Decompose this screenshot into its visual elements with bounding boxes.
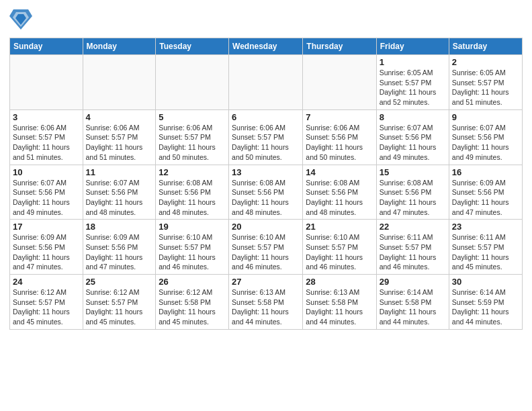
sunset-label: Sunset: 5:56 PM [13,243,65,251]
sunset-label: Sunset: 5:59 PM [452,298,504,306]
sunset-label: Sunset: 5:58 PM [232,298,284,306]
day-info: Sunrise: 6:06 AMSunset: 5:57 PMDaylight:… [86,123,153,163]
day-number: 22 [380,222,446,232]
calendar-cell: 4Sunrise: 6:06 AMSunset: 5:57 PMDaylight… [83,109,156,165]
sunrise-label: Sunrise: 6:09 AM [452,179,506,187]
calendar-cell: 11Sunrise: 6:07 AMSunset: 5:56 PMDayligh… [83,165,156,220]
day-number: 14 [306,167,373,177]
daylight-label: Daylight: 11 hours and 46 minutes. [232,253,289,271]
weekday-header: Sunday [10,38,83,55]
day-number: 17 [13,222,80,232]
day-number: 24 [13,277,80,287]
day-number: 9 [452,112,519,122]
calendar-week-row: 3Sunrise: 6:06 AMSunset: 5:57 PMDaylight… [10,109,523,165]
daylight-label: Daylight: 11 hours and 47 minutes. [86,253,143,271]
day-number: 25 [86,277,153,287]
calendar-cell: 14Sunrise: 6:08 AMSunset: 5:56 PMDayligh… [303,165,376,220]
daylight-label: Daylight: 11 hours and 50 minutes. [159,143,216,161]
calendar-cell: 27Sunrise: 6:13 AMSunset: 5:58 PMDayligh… [229,275,303,330]
day-info: Sunrise: 6:09 AMSunset: 5:56 PMDaylight:… [86,232,153,272]
day-number: 6 [232,112,300,122]
weekday-header: Tuesday [156,38,229,55]
sunset-label: Sunset: 5:56 PM [380,133,432,141]
calendar-cell: 22Sunrise: 6:11 AMSunset: 5:57 PMDayligh… [376,220,449,275]
daylight-label: Daylight: 11 hours and 51 minutes. [13,143,70,161]
logo-wrapper [9,7,32,32]
sunset-label: Sunset: 5:57 PM [13,298,65,306]
sunset-label: Sunset: 5:57 PM [86,298,138,306]
day-info: Sunrise: 6:07 AMSunset: 5:56 PMDaylight:… [380,123,446,163]
sunrise-label: Sunrise: 6:07 AM [86,179,140,187]
day-number: 13 [232,167,300,177]
day-info: Sunrise: 6:13 AMSunset: 5:58 PMDaylight:… [232,287,300,327]
calendar-cell: 20Sunrise: 6:10 AMSunset: 5:57 PMDayligh… [229,220,303,275]
daylight-label: Daylight: 11 hours and 46 minutes. [159,253,216,271]
sunrise-label: Sunrise: 6:07 AM [13,179,66,187]
day-info: Sunrise: 6:11 AMSunset: 5:57 PMDaylight:… [380,232,446,272]
calendar-cell: 13Sunrise: 6:08 AMSunset: 5:56 PMDayligh… [229,165,303,220]
day-number: 26 [159,277,226,287]
page: SundayMondayTuesdayWednesdayThursdayFrid… [0,0,532,411]
calendar-body: 1Sunrise: 6:05 AMSunset: 5:57 PMDaylight… [10,55,523,330]
calendar-week-row: 17Sunrise: 6:09 AMSunset: 5:56 PMDayligh… [10,220,523,275]
sunrise-label: Sunrise: 6:10 AM [232,233,285,241]
day-number: 7 [306,112,373,122]
day-info: Sunrise: 6:12 AMSunset: 5:57 PMDaylight:… [13,287,80,327]
calendar-cell: 7Sunrise: 6:06 AMSunset: 5:56 PMDaylight… [303,109,376,165]
calendar-cell [10,55,83,110]
sunrise-label: Sunrise: 6:14 AM [380,288,433,296]
sunset-label: Sunset: 5:56 PM [232,188,284,196]
sunrise-label: Sunrise: 6:13 AM [306,288,359,296]
sunrise-label: Sunrise: 6:08 AM [232,179,285,187]
sunset-label: Sunset: 5:56 PM [13,188,65,196]
sunset-label: Sunset: 5:56 PM [452,188,504,196]
header-row: SundayMondayTuesdayWednesdayThursdayFrid… [10,38,523,55]
day-info: Sunrise: 6:12 AMSunset: 5:57 PMDaylight:… [86,287,153,327]
daylight-label: Daylight: 11 hours and 44 minutes. [380,308,437,326]
day-info: Sunrise: 6:07 AMSunset: 5:56 PMDaylight:… [86,178,153,218]
sunrise-label: Sunrise: 6:06 AM [232,124,285,132]
sunrise-label: Sunrise: 6:11 AM [380,233,433,241]
calendar-week-row: 1Sunrise: 6:05 AMSunset: 5:57 PMDaylight… [10,55,523,110]
sunset-label: Sunset: 5:57 PM [86,133,138,141]
sunrise-label: Sunrise: 6:06 AM [13,124,66,132]
sunset-label: Sunset: 5:56 PM [380,188,432,196]
daylight-label: Daylight: 11 hours and 47 minutes. [380,198,437,216]
daylight-label: Daylight: 11 hours and 47 minutes. [13,253,70,271]
weekday-header: Thursday [303,38,376,55]
day-info: Sunrise: 6:07 AMSunset: 5:56 PMDaylight:… [13,178,80,218]
sunrise-label: Sunrise: 6:10 AM [159,233,212,241]
day-info: Sunrise: 6:13 AMSunset: 5:58 PMDaylight:… [306,287,373,327]
daylight-label: Daylight: 11 hours and 51 minutes. [86,143,143,161]
day-info: Sunrise: 6:09 AMSunset: 5:56 PMDaylight:… [13,232,80,272]
daylight-label: Daylight: 11 hours and 45 minutes. [159,308,216,326]
calendar-cell: 15Sunrise: 6:08 AMSunset: 5:56 PMDayligh… [376,165,449,220]
day-number: 2 [452,57,519,67]
daylight-label: Daylight: 11 hours and 51 minutes. [452,88,509,106]
day-info: Sunrise: 6:08 AMSunset: 5:56 PMDaylight:… [306,178,373,218]
daylight-label: Daylight: 11 hours and 45 minutes. [452,253,509,271]
daylight-label: Daylight: 11 hours and 52 minutes. [380,88,437,106]
sunrise-label: Sunrise: 6:05 AM [452,68,506,77]
day-number: 20 [232,222,300,232]
day-number: 10 [13,167,80,177]
sunset-label: Sunset: 5:57 PM [159,243,211,251]
day-info: Sunrise: 6:11 AMSunset: 5:57 PMDaylight:… [452,232,519,272]
day-info: Sunrise: 6:10 AMSunset: 5:57 PMDaylight:… [232,232,300,272]
sunrise-label: Sunrise: 6:06 AM [159,124,212,132]
day-number: 3 [13,112,80,122]
sunrise-label: Sunrise: 6:11 AM [452,233,506,241]
sunset-label: Sunset: 5:57 PM [452,243,504,251]
day-info: Sunrise: 6:14 AMSunset: 5:58 PMDaylight:… [380,287,446,327]
calendar-cell: 2Sunrise: 6:05 AMSunset: 5:57 PMDaylight… [449,55,522,110]
calendar-cell [229,55,303,110]
daylight-label: Daylight: 11 hours and 46 minutes. [306,253,363,271]
day-info: Sunrise: 6:06 AMSunset: 5:57 PMDaylight:… [232,123,300,163]
day-number: 15 [380,167,446,177]
day-info: Sunrise: 6:08 AMSunset: 5:56 PMDaylight:… [159,178,226,218]
day-number: 29 [380,277,446,287]
day-number: 8 [380,112,446,122]
header [9,7,523,32]
logo-row [9,7,32,32]
calendar-cell: 6Sunrise: 6:06 AMSunset: 5:57 PMDaylight… [229,109,303,165]
